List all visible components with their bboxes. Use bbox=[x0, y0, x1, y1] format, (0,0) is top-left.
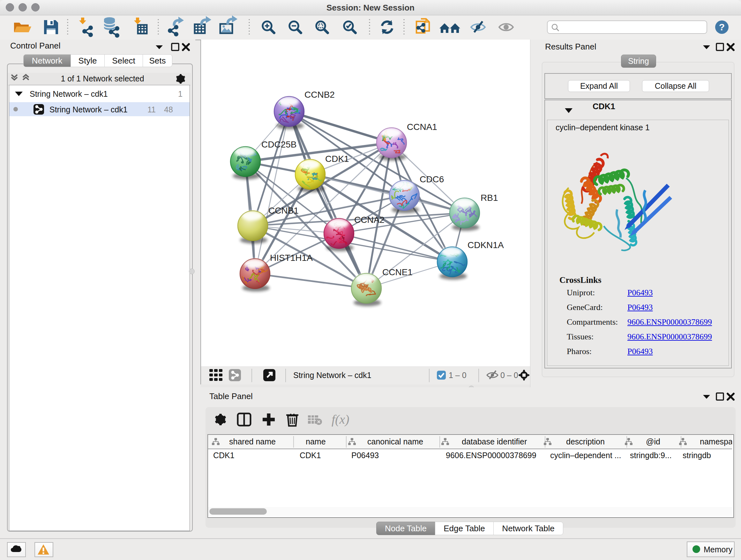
svg-text:String Network – cdk1: String Network – cdk1 bbox=[293, 371, 372, 380]
svg-text:shared name: shared name bbox=[229, 437, 276, 446]
svg-text:@id: @id bbox=[646, 437, 660, 446]
svg-text:CCNB1: CCNB1 bbox=[268, 206, 299, 215]
svg-text:CDC25B: CDC25B bbox=[261, 139, 296, 149]
svg-text:CDC6: CDC6 bbox=[420, 174, 444, 184]
svg-text:CCNE1: CCNE1 bbox=[382, 267, 413, 277]
svg-text:f(x): f(x) bbox=[332, 412, 349, 427]
svg-text:1 – 0: 1 – 0 bbox=[449, 371, 467, 380]
svg-text:database identifier: database identifier bbox=[462, 437, 527, 446]
svg-text:canonical name: canonical name bbox=[367, 437, 423, 446]
svg-text:RB1: RB1 bbox=[481, 193, 498, 203]
svg-text:1 of 1 Network selected: 1 of 1 Network selected bbox=[61, 74, 144, 83]
svg-text:CDKN1A: CDKN1A bbox=[468, 240, 504, 250]
svg-text:namespac: namespac bbox=[700, 437, 732, 446]
svg-text:CCNA2: CCNA2 bbox=[354, 215, 385, 225]
svg-text:CCNB2: CCNB2 bbox=[305, 90, 335, 100]
svg-text:0 – 0: 0 – 0 bbox=[500, 371, 518, 380]
svg-text:CDK1: CDK1 bbox=[325, 154, 349, 164]
svg-text:HIST1H1A: HIST1H1A bbox=[270, 253, 313, 263]
svg-text:description: description bbox=[566, 437, 605, 446]
svg-text:name: name bbox=[306, 437, 326, 446]
svg-text:?: ? bbox=[719, 22, 725, 32]
svg-text:CCNA1: CCNA1 bbox=[407, 122, 437, 132]
